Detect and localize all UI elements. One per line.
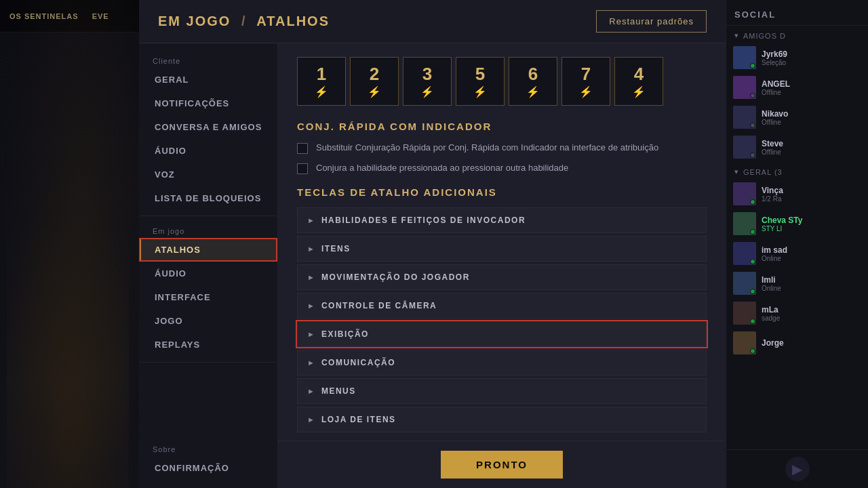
- general-friend-avatar-0: [733, 182, 756, 205]
- slot-number-1: 2: [370, 65, 379, 83]
- accordion-arrow-6: ►: [307, 387, 315, 395]
- sidebar-item-audio[interactable]: ÁUDIO: [139, 139, 277, 163]
- sidebar-item-replays[interactable]: REPLAYS: [139, 333, 277, 357]
- sidebar-item-atalhos[interactable]: ATALHOS: [139, 238, 277, 262]
- accordion-header-1[interactable]: ► ITENS: [297, 236, 707, 262]
- social-header: SOCIAL: [726, 0, 868, 26]
- friend-avatar-0: [733, 46, 756, 69]
- friend-status-dot-3: [750, 152, 755, 158]
- quickcast-slot-0[interactable]: 1 ⚡: [297, 57, 346, 106]
- sidebar-item-geral[interactable]: GERAL: [139, 68, 277, 92]
- friend-item-0[interactable]: Jyrk69 Seleção: [726, 43, 868, 73]
- friend-status-text-1: Offline: [762, 89, 861, 96]
- accordion-header-2[interactable]: ► MOVIMENTAÇÃO DO JOGADOR: [297, 264, 707, 290]
- slot-number-0: 1: [317, 65, 326, 83]
- friend-avatar-2: [733, 106, 756, 129]
- general-friend-info-1: Cheva STy STY LI: [762, 216, 861, 232]
- sidebar-item-interface[interactable]: INTERFACE: [139, 285, 277, 309]
- checkbox-1[interactable]: [297, 143, 308, 154]
- general-friend-item-0[interactable]: Vinça 1/2 Ra: [726, 179, 868, 209]
- general-friend-item-2[interactable]: im sad Online: [726, 239, 868, 268]
- friend-item-2[interactable]: Nikavo Offline: [726, 102, 868, 132]
- general-friend-item-3[interactable]: Imli Online: [726, 268, 868, 298]
- general-friend-info-2: im sad Online: [762, 245, 861, 262]
- friend-item-1[interactable]: ANGEL Offline: [726, 73, 868, 102]
- accordion-arrow-1: ►: [307, 245, 315, 253]
- friend-info-1: ANGEL Offline: [762, 79, 861, 96]
- slot-icon-4: ⚡: [526, 85, 540, 98]
- general-friend-item-1[interactable]: Cheva STy STY LI: [726, 209, 868, 239]
- accordion-arrow-0: ►: [307, 216, 315, 224]
- sidebar-item-jogo[interactable]: JOGO: [139, 309, 277, 333]
- sidebar-item-notificacoes[interactable]: NOTIFICAÇÕES: [139, 92, 277, 115]
- friend-name-2: Nikavo: [762, 109, 861, 119]
- accordion-header-6[interactable]: ► MENUS: [297, 378, 707, 404]
- accordions-container: ► HABILIDADES E FEITIÇOS DE INVOCADOR ► …: [297, 207, 707, 432]
- quickcast-slot-5[interactable]: 7 ⚡: [561, 57, 610, 106]
- general-friend-name-5: Jorge: [762, 338, 861, 348]
- general-friend-name-3: Imli: [762, 275, 861, 285]
- accordion-header-7[interactable]: ► LOJA DE ITENS: [297, 407, 707, 432]
- quickcast-slot-3[interactable]: 5 ⚡: [456, 57, 505, 106]
- accordion-header-5[interactable]: ► COMUNICAÇÃO: [297, 350, 707, 375]
- friend-status-text-0: Seleção: [762, 59, 861, 66]
- slot-number-2: 3: [422, 65, 432, 83]
- sidebar-item-confirmacao[interactable]: CONFIRMAÇÃO: [139, 456, 277, 480]
- accordion-section-2: ► MOVIMENTAÇÃO DO JOGADOR: [297, 264, 707, 290]
- slot-number-6: 4: [634, 65, 644, 83]
- general-friend-status-text-2: Online: [762, 255, 861, 262]
- top-nav-sentinelas[interactable]: OS SENTINELAS: [5, 9, 83, 23]
- general-friend-item-4[interactable]: mLa sadge: [726, 298, 868, 328]
- checkbox-1-label: Substituir Conjuração Rápida por Conj. R…: [316, 142, 658, 154]
- accordion-header-3[interactable]: ► CONTROLE DE CÂMERA: [297, 293, 707, 319]
- accordion-label-6: MENUS: [321, 386, 356, 396]
- general-friend-name-4: mLa: [762, 305, 861, 314]
- general-friend-item-5[interactable]: Jorge: [726, 328, 868, 358]
- accordion-section-5: ► COMUNICAÇÃO: [297, 350, 707, 375]
- settings-header: EM JOGO / ATALHOS Restaurar padrões: [139, 0, 726, 43]
- friends-container: Jyrk69 Seleção ANGEL Offline Nikavo Offl…: [726, 43, 868, 162]
- checkbox-2[interactable]: [297, 163, 308, 174]
- sidebar-item-conversa[interactable]: CONVERSA E AMIGOS: [139, 115, 277, 139]
- quickcast-slot-4[interactable]: 6 ⚡: [509, 57, 557, 106]
- general-friend-name-1: Cheva STy: [762, 216, 861, 225]
- sidebar-item-bloqueios[interactable]: LISTA DE BLOQUEIOS: [139, 186, 277, 210]
- sidebar-item-voz[interactable]: VOZ: [139, 163, 277, 186]
- general-friend-status-dot-4: [750, 319, 755, 324]
- accordion-section-7: ► LOJA DE ITENS: [297, 407, 707, 432]
- general-friend-status-text-0: 1/2 Ra: [762, 195, 861, 203]
- social-play-icon[interactable]: ▶: [785, 457, 810, 481]
- accordion-header-4[interactable]: ► EXIBIÇÃO: [297, 321, 707, 347]
- friend-status-text-2: Offline: [762, 119, 861, 126]
- sidebar-nav: Cliente GERAL NOTIFICAÇÕES CONVERSA E AM…: [139, 43, 278, 488]
- quickcast-slot-2[interactable]: 3 ⚡: [403, 57, 452, 106]
- top-nav-eve[interactable]: EVE: [88, 9, 113, 23]
- sidebar-item-audio-emjogo[interactable]: ÁUDIO: [139, 262, 277, 285]
- accordion-header-0[interactable]: ► HABILIDADES E FEITIÇOS DE INVOCADOR: [297, 207, 707, 233]
- restore-defaults-button[interactable]: Restaurar padrões: [596, 10, 707, 33]
- quickcast-slot-1[interactable]: 2 ⚡: [350, 57, 399, 106]
- accordion-section-4: ► EXIBIÇÃO: [297, 321, 707, 347]
- top-nav: OS SENTINELAS EVE: [0, 0, 139, 33]
- slot-number-5: 7: [581, 65, 591, 83]
- general-friend-info-4: mLa sadge: [762, 305, 861, 322]
- friend-item-3[interactable]: Steve Offline: [726, 132, 868, 162]
- quickcast-slot-6[interactable]: 4 ⚡: [614, 57, 663, 106]
- accordion-arrow-3: ►: [307, 302, 315, 310]
- accordion-section-3: ► CONTROLE DE CÂMERA: [297, 293, 707, 319]
- accordion-label-4: EXIBIÇÃO: [321, 329, 369, 339]
- general-friend-info-0: Vinça 1/2 Ra: [762, 186, 861, 203]
- quickcast-slots: 1 ⚡ 2 ⚡ 3 ⚡ 5 ⚡ 6 ⚡ 7 ⚡ 4 ⚡: [297, 57, 707, 106]
- friend-name-1: ANGEL: [762, 79, 861, 89]
- general-friend-avatar-4: [733, 302, 756, 325]
- general-section-label: GERAL (3: [726, 162, 868, 179]
- main-content: 1 ⚡ 2 ⚡ 3 ⚡ 5 ⚡ 6 ⚡ 7 ⚡ 4 ⚡ CONJ. RÁPIDA…: [278, 43, 726, 441]
- general-friends-container: Vinça 1/2 Ra Cheva STy STY LI im sad Onl…: [726, 179, 868, 358]
- friend-status-dot-0: [750, 63, 755, 68]
- slot-icon-3: ⚡: [473, 85, 487, 98]
- pronto-button[interactable]: PRONTO: [441, 451, 563, 479]
- accordion-label-1: ITENS: [321, 244, 351, 253]
- settings-body: Cliente GERAL NOTIFICAÇÕES CONVERSA E AM…: [139, 43, 726, 488]
- checkbox-2-label: Conjura a habilidade pressionada ao pres…: [316, 162, 568, 174]
- slot-icon-6: ⚡: [632, 85, 646, 98]
